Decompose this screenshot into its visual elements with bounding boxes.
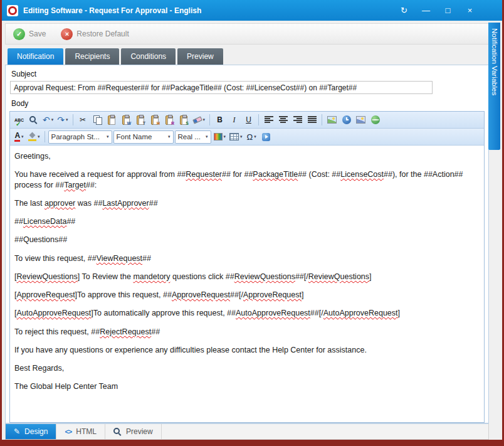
misspelled-token: AutoApproveRequest: [16, 309, 91, 317]
clear-formatting-button[interactable]: [192, 114, 207, 127]
find-icon: [29, 116, 38, 124]
misspelled-token: Target: [64, 181, 86, 189]
paste-formatted-button[interactable]: R: [163, 114, 176, 127]
restore-default-icon: ×: [61, 28, 73, 40]
refresh-icon[interactable]: ↻: [396, 4, 412, 18]
undo-icon: ↶: [43, 115, 50, 124]
italic-button[interactable]: I: [228, 114, 241, 127]
paste-special-icon: S: [180, 115, 187, 125]
maximize-icon[interactable]: □: [439, 4, 456, 18]
editor-toolbar-row1: ABC ✓ ↶ ↷ ✂ W: [10, 112, 484, 129]
cut-button[interactable]: ✂: [76, 114, 90, 127]
tab-preview[interactable]: Preview: [177, 48, 223, 65]
save-button[interactable]: ✓ Save: [13, 28, 46, 40]
misspelled-token: LicenseData: [23, 217, 67, 226]
tab-conditions[interactable]: Conditions: [121, 48, 176, 65]
globe-link-icon: [371, 115, 380, 124]
copy-button[interactable]: [91, 114, 104, 127]
insert-object-button[interactable]: [260, 130, 273, 144]
find-button[interactable]: [27, 114, 40, 127]
chevron-down-icon: ▾: [206, 134, 208, 139]
chevron-down-icon: ▾: [168, 134, 171, 139]
insert-table-button[interactable]: [228, 130, 244, 144]
html-tags-icon: <>: [65, 428, 71, 435]
misspelled-token: PackageTitle: [253, 170, 298, 179]
underline-button[interactable]: U: [242, 114, 255, 127]
body-paragraph: ##LicenseData##: [14, 216, 480, 226]
body-label: Body: [11, 99, 485, 108]
paste-button[interactable]: [105, 114, 118, 127]
align-justify-button[interactable]: [305, 114, 318, 127]
align-center-button[interactable]: [276, 114, 290, 127]
misspelled-token: ApproveRequest: [172, 290, 230, 299]
view-tab-design[interactable]: ✎ Design: [6, 424, 56, 439]
highlight-color-button[interactable]: [27, 130, 41, 144]
misspelled-token: LastApprover: [102, 199, 149, 208]
restore-default-button[interactable]: × Restore Default: [61, 28, 129, 40]
window-title: Editing Software - Request For Approval …: [23, 6, 396, 15]
font-name-select[interactable]: Font Name▾: [113, 130, 174, 144]
body-paragraph: If you have any questions or experience …: [14, 345, 480, 355]
view-tab-preview[interactable]: Preview: [105, 424, 162, 439]
misspelled-token: ApproveRequest: [243, 290, 302, 299]
paste-plain-text-icon: T: [137, 115, 144, 125]
spellcheck-button[interactable]: ABC ✓: [13, 114, 26, 127]
body-paragraph: [ReviewQuestions] To Review the mandetor…: [14, 272, 480, 282]
notification-panel: Subject Body ABC ✓ ↶ ↷ ✂: [5, 65, 489, 423]
insert-hyperlink-button[interactable]: [369, 114, 382, 127]
view-tab-html[interactable]: <> HTML: [56, 424, 105, 439]
align-justify-icon: [308, 116, 317, 124]
body-paragraph: Best Regards,: [14, 363, 480, 373]
body-paragraph: [AutoApproveRequest]To automatically app…: [14, 308, 480, 318]
paste-special-button[interactable]: S: [177, 114, 191, 127]
chevron-down-icon: ▾: [107, 134, 109, 139]
rich-text-editor: ABC ✓ ↶ ↷ ✂ W: [9, 111, 485, 423]
subject-input[interactable]: [10, 81, 433, 94]
eraser-icon: [192, 116, 202, 124]
body-editor[interactable]: Greetings,You have received a request fo…: [10, 146, 484, 422]
body-paragraph: To reject this request, ##RejectRequest#…: [14, 327, 480, 337]
spellcheck-icon: ABC ✓: [14, 118, 24, 122]
toolbar-separator: [322, 114, 322, 125]
save-icon: ✓: [13, 28, 25, 40]
cell-color-button[interactable]: [213, 130, 228, 144]
underline-icon: U: [246, 115, 251, 124]
paste-from-word-button[interactable]: W: [120, 114, 133, 127]
bold-button[interactable]: B: [213, 114, 226, 127]
align-left-button[interactable]: [262, 114, 275, 127]
copy-icon: [93, 115, 102, 124]
paragraph-style-select[interactable]: Paragraph St...▾: [48, 130, 112, 144]
paste-from-word-icon: W: [122, 115, 130, 125]
misspelled-token: ViewRequest: [97, 254, 142, 263]
editor-toolbar-row2: A Paragraph St...▾ Font Name▾ Real ...▾ …: [10, 129, 484, 146]
clock-icon: [342, 115, 351, 124]
insert-image-button[interactable]: [325, 114, 339, 127]
misspelled-token: LicenseCost: [340, 170, 384, 179]
minimize-icon[interactable]: —: [417, 4, 434, 18]
redo-button[interactable]: ↷: [56, 114, 69, 127]
paint-bucket-icon: [28, 133, 36, 141]
align-left-icon: [265, 116, 273, 124]
misspelled-token: AutoApproveRequest: [236, 309, 310, 317]
paste-as-html-button[interactable]: H: [149, 114, 162, 127]
misspelled-token: ReviewQuestions: [16, 272, 77, 281]
insert-photo-button[interactable]: [354, 114, 367, 127]
font-size-select[interactable]: Real ...▾: [175, 130, 211, 144]
tab-strip: Notification Recipients Conditions Previ…: [8, 48, 489, 65]
tab-recipients[interactable]: Recipients: [65, 48, 119, 65]
undo-button[interactable]: ↶: [41, 114, 55, 127]
close-icon[interactable]: ×: [461, 4, 478, 18]
align-right-button[interactable]: [291, 114, 304, 127]
client-area: ✓ Save × Restore Default Notification Re…: [2, 21, 502, 440]
misspelled-token: ReviewQuestions: [234, 272, 295, 281]
align-center-icon: [279, 116, 288, 124]
special-character-button[interactable]: Ω: [245, 130, 258, 144]
notification-variables-tab[interactable]: Notification Variables: [488, 23, 500, 150]
insert-time-button[interactable]: [340, 114, 353, 127]
media-object-icon: [262, 133, 270, 141]
paste-plain-text-button[interactable]: T: [134, 114, 147, 127]
restore-default-label: Restore Default: [76, 29, 129, 38]
font-color-button[interactable]: A: [13, 130, 26, 144]
view-mode-strip: ✎ Design <> HTML Preview: [5, 423, 489, 440]
tab-notification[interactable]: Notification: [8, 48, 63, 65]
